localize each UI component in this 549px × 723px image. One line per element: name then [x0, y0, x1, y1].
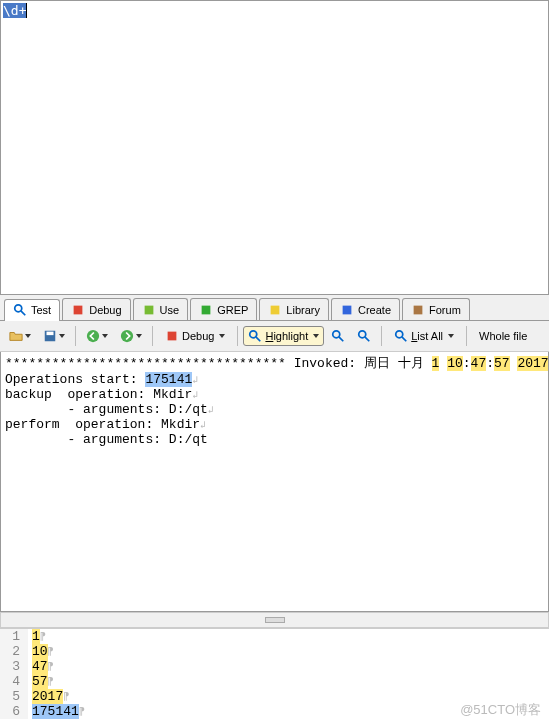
- matches-panel[interactable]: 11⁋ 210⁋ 347⁋ 457⁋ 52017⁋ 6175141⁋: [0, 628, 549, 723]
- open-button[interactable]: [4, 325, 36, 347]
- match-value: 57: [32, 674, 48, 689]
- line-number: 3: [0, 659, 28, 674]
- line-end-icon: ⁋: [63, 692, 69, 703]
- match-y: 2017: [517, 356, 548, 371]
- line-number: 1: [0, 629, 28, 644]
- debug-label: Debug: [182, 330, 214, 342]
- line-end-icon: ⁋: [48, 647, 54, 658]
- tab-label: GREP: [217, 304, 248, 316]
- tab-label: Create: [358, 304, 391, 316]
- list-item[interactable]: 52017⁋: [0, 689, 549, 704]
- highlight-label: Highlight: [265, 330, 308, 342]
- separator: [152, 326, 153, 346]
- line-end-icon: ↲: [192, 375, 198, 386]
- tab-label: Use: [160, 304, 180, 316]
- line5: perform operation: Mkdir: [5, 417, 200, 432]
- list-all-button[interactable]: List All: [387, 326, 461, 346]
- folder-open-icon: [9, 329, 23, 343]
- svg-rect-2: [74, 305, 83, 314]
- separator: [75, 326, 76, 346]
- save-icon: [43, 329, 57, 343]
- tab-label: Debug: [89, 304, 121, 316]
- match-d: 1: [432, 356, 440, 371]
- highlight-button[interactable]: Highlight: [243, 326, 324, 346]
- list-item[interactable]: 6175141⁋: [0, 704, 549, 719]
- search-icon: [248, 329, 262, 343]
- tab-grep[interactable]: GREP: [190, 298, 257, 320]
- match-value: 10: [32, 644, 48, 659]
- invoked-month: 十月: [398, 356, 424, 371]
- horizontal-scrollbar[interactable]: [0, 612, 549, 628]
- forward-button[interactable]: [115, 325, 147, 347]
- tab-label: Test: [31, 304, 51, 316]
- svg-point-0: [15, 305, 22, 312]
- svg-line-16: [339, 337, 343, 341]
- svg-rect-7: [414, 305, 423, 314]
- regex-editor[interactable]: \d+: [0, 0, 549, 295]
- line2a: Operations start:: [5, 372, 138, 387]
- match-value: 175141: [32, 704, 79, 719]
- svg-line-20: [402, 337, 406, 341]
- svg-point-19: [396, 331, 403, 338]
- match-start: 175141: [145, 372, 192, 387]
- match-value: 2017: [32, 689, 63, 704]
- zoom-out-icon: [357, 329, 371, 343]
- debug-icon: [71, 303, 85, 317]
- invoked-day: 周日: [364, 356, 390, 371]
- list-item[interactable]: 347⁋: [0, 659, 549, 674]
- library-icon: [268, 303, 282, 317]
- tab-label: Forum: [429, 304, 461, 316]
- svg-line-18: [365, 337, 369, 341]
- toolbar: Debug Highlight List All Whole file: [0, 321, 549, 352]
- svg-rect-3: [144, 305, 153, 314]
- search-icon: [394, 329, 408, 343]
- scrollbar-thumb[interactable]: [265, 617, 285, 623]
- whole-file-label[interactable]: Whole file: [472, 327, 534, 345]
- tab-bar: Test Debug Use GREP Library Create Forum: [0, 295, 549, 321]
- result-panel[interactable]: ************************************ Inv…: [0, 352, 549, 612]
- tab-create[interactable]: Create: [331, 298, 400, 320]
- forum-icon: [411, 303, 425, 317]
- separator: [381, 326, 382, 346]
- zoom-in-button[interactable]: [326, 325, 350, 347]
- result-stars: ************************************: [5, 356, 286, 371]
- line-number: 4: [0, 674, 28, 689]
- line-end-icon: ⁋: [48, 677, 54, 688]
- svg-point-17: [359, 331, 366, 338]
- svg-point-13: [250, 331, 257, 338]
- match-h: 10: [447, 356, 463, 371]
- line-end-icon: ⁋: [48, 662, 54, 673]
- list-item[interactable]: 457⁋: [0, 674, 549, 689]
- svg-line-1: [21, 311, 25, 315]
- tab-library[interactable]: Library: [259, 298, 329, 320]
- line-end-icon: ↲: [200, 420, 206, 431]
- invoked-label: Invoked:: [294, 356, 356, 371]
- line-end-icon: ⁋: [40, 632, 46, 643]
- tab-test[interactable]: Test: [4, 299, 60, 321]
- match-s: 57: [494, 356, 510, 371]
- svg-rect-5: [271, 305, 280, 314]
- save-button[interactable]: [38, 325, 70, 347]
- tab-debug[interactable]: Debug: [62, 298, 130, 320]
- line4: - arguments: D:/qt: [5, 402, 208, 417]
- create-icon: [340, 303, 354, 317]
- separator: [466, 326, 467, 346]
- line3: backup operation: Mkdir: [5, 387, 192, 402]
- svg-line-14: [256, 337, 260, 341]
- svg-point-11: [121, 330, 133, 342]
- tab-forum[interactable]: Forum: [402, 298, 470, 320]
- back-button[interactable]: [81, 325, 113, 347]
- line-end-icon: ↲: [208, 405, 214, 416]
- svg-rect-12: [168, 332, 177, 341]
- line-end-icon: ⁋: [79, 707, 85, 718]
- list-item[interactable]: 210⁋: [0, 644, 549, 659]
- debug-button[interactable]: Debug: [158, 326, 232, 346]
- tab-use[interactable]: Use: [133, 298, 189, 320]
- match-value: 47: [32, 659, 48, 674]
- svg-rect-9: [47, 332, 54, 336]
- debug-icon: [165, 329, 179, 343]
- zoom-in-icon: [331, 329, 345, 343]
- regex-text: \d+: [3, 3, 26, 18]
- list-item[interactable]: 11⁋: [0, 629, 549, 644]
- zoom-out-button[interactable]: [352, 325, 376, 347]
